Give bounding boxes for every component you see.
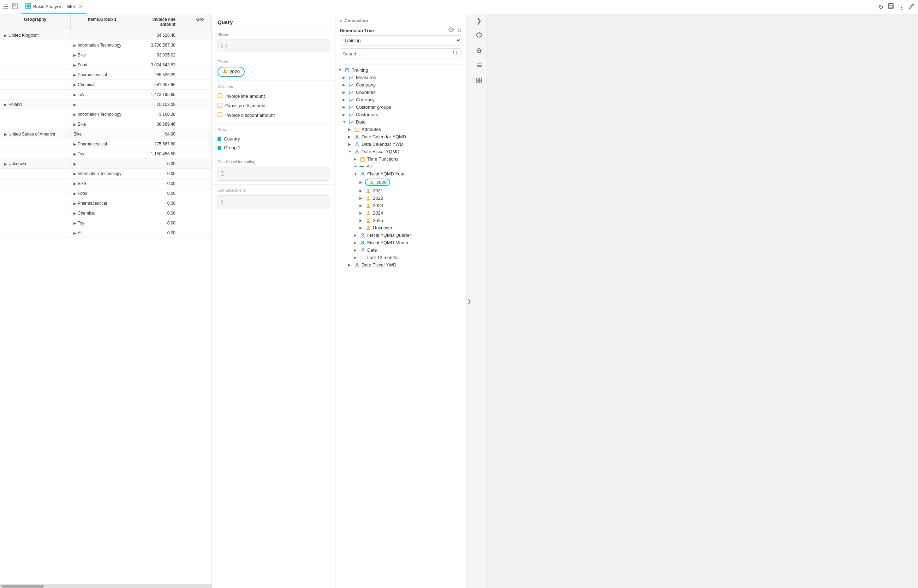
right-icons: ❯ (472, 14, 486, 588)
table-row[interactable]: ▶Poland ▶ 10,102.00 (0, 100, 212, 110)
geo-cell (0, 113, 71, 116)
dim-node-2020[interactable]: ▶ 2020 (335, 178, 466, 187)
table-row[interactable]: ▶Information Technology 3,160.30 (0, 110, 212, 119)
invoice-cell: 3,700,567.30 (134, 41, 180, 49)
dim-node-customer-groups[interactable]: ▶ Customer groups (335, 103, 466, 111)
dim-node-customers[interactable]: ▶ Customers (335, 111, 466, 118)
highlighted-node: 2020 (365, 179, 390, 186)
col-label: Invoice line amount (225, 94, 265, 99)
node-label: Time Functions (367, 156, 398, 162)
dim-node-all[interactable]: — All (335, 163, 466, 170)
cell-calc-label: Cell calculations (218, 188, 330, 192)
chevron-right-icon: ▶ (348, 135, 352, 139)
cond-format-box[interactable]: Σ (218, 166, 330, 181)
dim-node-2023[interactable]: ▶ 2023 (335, 202, 466, 209)
more-button[interactable]: ⋮ (898, 3, 905, 11)
query-panel: Query Slicers {...} Filters 2020 Columns… (212, 14, 335, 588)
gross-cell (180, 63, 208, 66)
search-input[interactable] (343, 51, 451, 57)
dim-node-calendar-ywd[interactable]: ▶ Date.Calendar YWD (335, 141, 466, 148)
tab-close-button[interactable]: ✕ (79, 4, 82, 9)
dim-node-date[interactable]: ▼ Date (335, 118, 466, 126)
table-row[interactable]: ▶Bike 0.00 (0, 179, 212, 189)
dim-node-2022[interactable]: ▶ 2022 (335, 194, 466, 202)
cube-icon (344, 68, 350, 73)
geo-cell: ▶Poland (0, 100, 71, 108)
edit-button[interactable] (909, 3, 915, 11)
filter-badge[interactable]: 2020 (218, 67, 245, 77)
table-row[interactable]: ▶Pharmaceutical 275,567.68 (0, 139, 212, 149)
dim-node-fiscal-month[interactable]: ▶ Fiscal YQMD Month (335, 239, 466, 246)
table-row[interactable]: ▶Toy 0.00 (0, 218, 212, 228)
dim-node-fiscal-ywd[interactable]: ▶ Date.Fiscal YWD (335, 261, 466, 268)
table-row[interactable]: ▶Toy 1,473,195.95 (0, 90, 212, 100)
table-row[interactable]: ▶Bike 88,689.46 (0, 119, 212, 129)
table-row[interactable]: ▶Toy 1,150,456.58 (0, 149, 212, 159)
dim-node-last-12-months[interactable]: ▶ {...} Last 12 months (335, 254, 466, 261)
dim-node-countries[interactable]: ▶ Countries (335, 89, 466, 96)
node-label: Last 12 months (367, 255, 399, 260)
dim-node-fiscal-year[interactable]: ▼ Fiscal YQMD Year (335, 170, 466, 178)
list-button[interactable] (476, 62, 482, 70)
node-label: 2020 (377, 180, 386, 185)
refresh-button[interactable]: ↻ (878, 3, 883, 11)
dim-node-calendar-yqmd[interactable]: ▶ Date.Calendar YQMD (335, 133, 466, 141)
invoice-cell: 275,567.68 (134, 140, 180, 148)
row-item-country[interactable]: Country (218, 134, 330, 143)
dim-node-currency[interactable]: ▶ Currency (335, 96, 466, 103)
table-row[interactable]: ▶Food 3,024,643.53 (0, 60, 212, 70)
columns-label: Columns (218, 84, 330, 89)
table-row[interactable]: ▶Bike 83,935.02 (0, 50, 212, 60)
dim-node-company[interactable]: ▶ Company (335, 81, 466, 89)
table-row[interactable]: ▶Pharmaceutical 0.00 (0, 198, 212, 208)
filters-label: Filters (218, 60, 330, 64)
column-item-gross[interactable]: Gross profit amount (218, 101, 330, 110)
dim-node-unknown[interactable]: ▶ Unknown (335, 224, 466, 231)
table-row[interactable]: ▶Information Technology 0.00 (0, 169, 212, 179)
cube-button[interactable] (476, 32, 482, 40)
dim-node-date-hash[interactable]: ▶ # Date (335, 246, 466, 254)
expand-right-button[interactable]: ❯ (476, 17, 482, 25)
active-tab[interactable]: Basic Analysis - filter ✕ (21, 0, 87, 14)
table-row[interactable]: ▶Chemical 0.00 (0, 208, 212, 218)
home-button[interactable] (476, 47, 482, 55)
chevron-right-icon: ▶ (359, 204, 364, 208)
items-cell: ▶Bike (71, 180, 134, 187)
menu-icon[interactable]: ☰ (3, 3, 8, 11)
table-row[interactable]: ▶United Kingdom 34,628.48 (0, 30, 212, 40)
invoice-cell: 0.00 (134, 209, 180, 217)
dim-node-2025[interactable]: ▶ 2025 (335, 217, 466, 224)
hide-icon[interactable] (448, 27, 454, 34)
table-row[interactable]: ▶Pharmaceutical 265,526.29 (0, 70, 212, 80)
training-select[interactable]: Training (339, 35, 461, 45)
table-scrollbar[interactable] (0, 584, 212, 588)
geo-cell (0, 222, 71, 225)
column-item-discount[interactable]: Invoice discount amount (218, 110, 330, 120)
table-row[interactable]: ▶Food 0.00 (0, 189, 212, 198)
panel-toggle[interactable]: ❯ (466, 14, 472, 588)
table-row[interactable]: ▶Information Technology 3,700,567.30 (0, 40, 212, 50)
dim-node-2024[interactable]: ▶ 2024 (335, 209, 466, 217)
dim-node-fiscal-yqmd[interactable]: ▼ Date.Fiscal YQMD (335, 148, 466, 155)
dim-node-measures[interactable]: ▶ Measures (335, 74, 466, 81)
table-row[interactable]: ▶United States of America Bike 94.90 (0, 129, 212, 139)
save-button[interactable] (887, 3, 894, 11)
column-item-invoice[interactable]: Invoice line amount (218, 91, 330, 101)
grid-button[interactable] (476, 77, 482, 86)
dim-node-training[interactable]: ▼ Training (335, 66, 466, 74)
svg-point-56 (356, 263, 358, 265)
table-row[interactable]: ▶Chemical 581,057.96 (0, 80, 212, 90)
geo-cell (0, 192, 71, 195)
dim-node-attributes[interactable]: ▶ Attributes (335, 126, 466, 133)
cell-calc-box[interactable]: Σ (218, 195, 330, 209)
row-item-group1[interactable]: Group 1 (218, 143, 330, 152)
refresh-dim-button[interactable]: ↻ (457, 27, 461, 34)
scroll-thumb[interactable] (2, 585, 44, 588)
chevron-right-icon: ▶ (359, 196, 364, 200)
dim-node-time-functions[interactable]: ▶ Time Functions (335, 155, 466, 163)
slicers-box[interactable]: {...} (218, 40, 330, 52)
table-row[interactable]: ▶All 0.00 (0, 228, 212, 238)
table-row[interactable]: ▶Unknown ▶ 0.00 (0, 159, 212, 169)
dim-node-2021[interactable]: ▶ 2021 (335, 187, 466, 194)
dim-node-fiscal-quarter[interactable]: ▶ Fiscal YQMD Quarter (335, 231, 466, 239)
